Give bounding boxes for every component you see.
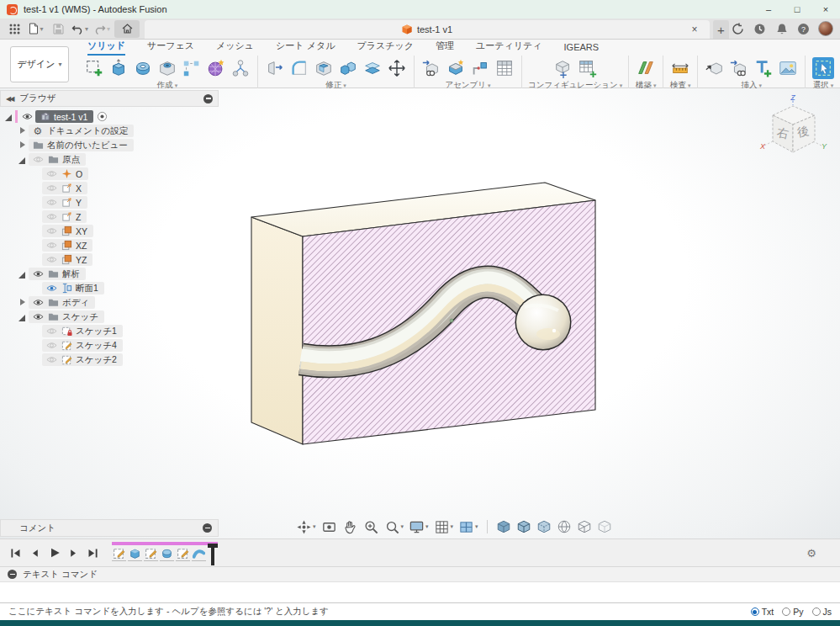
save-icon[interactable] bbox=[49, 20, 67, 38]
bom-table-icon[interactable] bbox=[494, 57, 515, 79]
minimize-palette-icon[interactable] bbox=[203, 523, 212, 533]
joint-icon[interactable] bbox=[469, 57, 491, 79]
fillet-icon[interactable] bbox=[288, 57, 310, 79]
browser-item-pill[interactable]: test-1 v1 bbox=[35, 110, 93, 123]
style-wireframe-icon[interactable] bbox=[557, 519, 572, 534]
browser-item-3[interactable]: 原点 bbox=[0, 152, 219, 167]
browser-item-pill[interactable]: 解析 bbox=[29, 268, 86, 280]
browser-item-pill[interactable]: ⚙ドキュメントの設定 bbox=[29, 125, 134, 137]
measure-icon[interactable] bbox=[669, 57, 691, 79]
tree-caret-icon[interactable] bbox=[18, 156, 26, 163]
go-to-start-icon[interactable] bbox=[8, 546, 23, 560]
text-command-input[interactable]: ここにテキスト コマンドを入力します - ヘルプを参照するには '?' と入力し… bbox=[0, 602, 840, 620]
visibility-eye-icon[interactable] bbox=[21, 111, 33, 123]
zoom-icon[interactable] bbox=[363, 519, 379, 535]
browser-item-8[interactable]: XY bbox=[0, 224, 219, 238]
go-to-end-icon[interactable] bbox=[86, 546, 100, 560]
browser-item-pill[interactable]: XY bbox=[42, 225, 93, 237]
browser-item-pill[interactable]: ボディ bbox=[29, 296, 95, 309]
file-menu-icon[interactable]: ▾ bbox=[27, 20, 45, 38]
viewport-3d[interactable]: 右 後 Z X Y ◀◀ ブラウザ test-1 v1⚙ドキュメントの設定名前の… bbox=[0, 88, 840, 538]
browser-item-14[interactable]: スケッチ bbox=[0, 310, 219, 324]
look-at-icon[interactable] bbox=[321, 519, 337, 535]
browser-item-7[interactable]: Z bbox=[0, 210, 219, 224]
help-icon[interactable]: ? bbox=[796, 22, 811, 36]
browser-item-pill[interactable]: スケッチ1 bbox=[42, 325, 123, 337]
create-form-icon[interactable] bbox=[205, 57, 227, 79]
combine-icon[interactable] bbox=[337, 57, 359, 79]
home-icon[interactable] bbox=[114, 20, 140, 38]
maximize-button[interactable]: □ bbox=[783, 0, 811, 19]
tree-caret-icon[interactable] bbox=[18, 141, 26, 149]
style-shaded-hidden-icon[interactable] bbox=[536, 519, 552, 534]
visibility-eye-icon[interactable] bbox=[45, 340, 57, 352]
timeline-feature-sketch-icon[interactable] bbox=[112, 547, 126, 561]
mode-py[interactable]: Py bbox=[782, 607, 803, 617]
browser-item-4[interactable]: O bbox=[0, 167, 219, 181]
notifications-bell-icon[interactable] bbox=[774, 22, 789, 36]
tab-surface[interactable]: サーフェス bbox=[147, 40, 194, 56]
comment-panel[interactable]: コメント bbox=[0, 519, 219, 537]
mode-js[interactable]: Js bbox=[812, 607, 832, 617]
insert-text-icon[interactable] bbox=[753, 57, 774, 79]
browser-item-pill[interactable]: Z bbox=[42, 210, 87, 223]
app-grid-icon[interactable] bbox=[5, 20, 24, 38]
shell-icon[interactable] bbox=[313, 57, 335, 79]
tab-solid[interactable]: ソリッド bbox=[87, 40, 125, 56]
browser-item-pill[interactable]: 名前の付いたビュー bbox=[29, 139, 134, 151]
visibility-eye-icon[interactable] bbox=[32, 154, 44, 166]
play-icon[interactable] bbox=[47, 546, 61, 560]
view-cube[interactable]: 右 後 Z X Y bbox=[754, 93, 832, 162]
visibility-eye-icon[interactable] bbox=[45, 254, 57, 266]
tree-caret-icon[interactable] bbox=[18, 299, 26, 306]
undo-icon[interactable]: ▾ bbox=[71, 20, 89, 38]
insert-into-design-icon[interactable] bbox=[420, 57, 442, 79]
orbit-icon[interactable]: ▾ bbox=[296, 519, 316, 535]
browser-item-10[interactable]: YZ bbox=[0, 252, 219, 267]
create-sketch-icon[interactable] bbox=[83, 57, 105, 79]
browser-item-2[interactable]: 名前の付いたビュー bbox=[0, 138, 219, 152]
configuration-table-icon[interactable] bbox=[577, 57, 599, 79]
browser-item-15[interactable]: スケッチ1 bbox=[0, 324, 219, 338]
insert-derive-icon[interactable] bbox=[728, 57, 750, 79]
tree-caret-icon[interactable] bbox=[5, 113, 13, 120]
extrude-icon[interactable] bbox=[108, 57, 129, 79]
revolve-icon[interactable] bbox=[132, 57, 154, 79]
visibility-eye-icon[interactable] bbox=[32, 268, 44, 280]
display-settings-icon[interactable]: ▾ bbox=[409, 519, 429, 535]
visibility-eye-icon[interactable] bbox=[45, 283, 57, 294]
style-ghosted-icon[interactable] bbox=[597, 519, 612, 534]
browser-item-11[interactable]: 解析 bbox=[0, 267, 219, 281]
timeline-feature-sketch-icon[interactable] bbox=[176, 547, 190, 561]
new-component-icon[interactable] bbox=[445, 57, 467, 79]
browser-item-pill[interactable]: スケッチ4 bbox=[42, 339, 123, 352]
visibility-eye-icon[interactable] bbox=[45, 326, 57, 337]
tab-mesh[interactable]: メッシュ bbox=[216, 40, 254, 56]
visibility-eye-icon[interactable] bbox=[45, 211, 57, 223]
browser-item-13[interactable]: ボディ bbox=[0, 295, 219, 310]
minimize-palette-icon[interactable] bbox=[8, 570, 17, 579]
browser-item-6[interactable]: Y bbox=[0, 195, 219, 210]
visibility-eye-icon[interactable] bbox=[45, 240, 57, 252]
text-command-header[interactable]: テキスト コマンド bbox=[0, 566, 840, 581]
browser-item-pill[interactable]: 原点 bbox=[29, 153, 86, 166]
browser-item-0[interactable]: test-1 v1 bbox=[0, 109, 219, 124]
visibility-eye-icon[interactable] bbox=[45, 183, 57, 194]
style-shaded-icon[interactable] bbox=[496, 519, 511, 534]
browser-item-pill[interactable]: 断面1 bbox=[42, 282, 104, 294]
browser-item-pill[interactable]: XZ bbox=[42, 239, 92, 252]
pattern-icon[interactable] bbox=[181, 57, 203, 79]
timeline-feature-revolve-icon[interactable] bbox=[160, 547, 174, 561]
radio-txt-icon[interactable] bbox=[751, 607, 759, 616]
style-shaded-edges-icon[interactable] bbox=[516, 519, 531, 534]
timeline-settings-gear-icon[interactable]: ⚙ bbox=[806, 547, 816, 560]
mode-txt[interactable]: Txt bbox=[751, 607, 774, 617]
collapse-panel-icon[interactable]: ◀◀ bbox=[6, 95, 13, 103]
browser-item-9[interactable]: XZ bbox=[0, 238, 219, 252]
grid-snap-icon[interactable]: ▾ bbox=[434, 519, 454, 535]
redo-icon[interactable]: ▾ bbox=[92, 20, 111, 38]
viewports-icon[interactable]: ▾ bbox=[458, 519, 478, 535]
construction-plane-icon[interactable] bbox=[635, 57, 657, 79]
tree-caret-icon[interactable] bbox=[18, 127, 26, 135]
visibility-eye-icon[interactable] bbox=[32, 311, 44, 323]
